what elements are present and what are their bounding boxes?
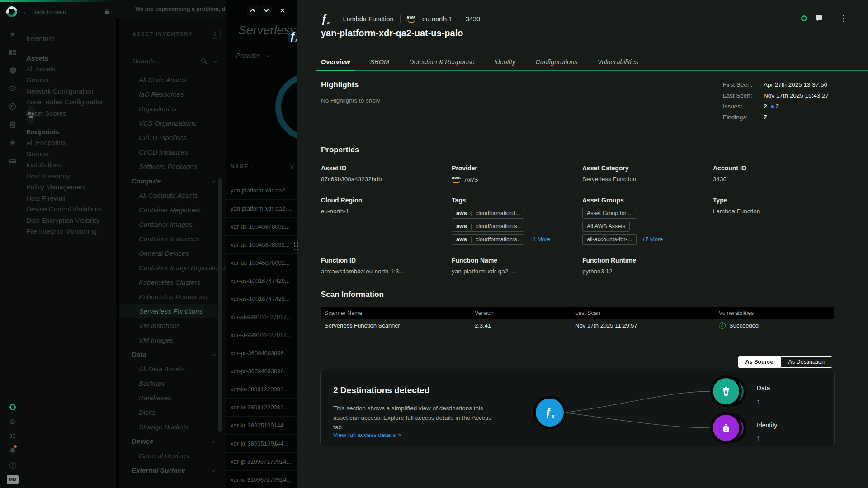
collapse-panel-button[interactable]: [211, 29, 221, 39]
category-device-general-devices[interactable]: General Devices: [119, 448, 226, 463]
section-external-surface[interactable]: External Surface: [119, 463, 226, 477]
section-device[interactable]: Device: [119, 434, 226, 448]
lambda-source-node[interactable]: ƒx: [536, 399, 564, 427]
section-data[interactable]: Data: [119, 347, 226, 361]
panel-scrollbar[interactable]: [218, 178, 222, 432]
prev-asset-button[interactable]: [247, 5, 259, 16]
back-to-main-button[interactable]: ← Back to main: [23, 9, 66, 15]
data-destination-node[interactable]: [713, 378, 739, 404]
tab-sbom[interactable]: SBOM: [370, 52, 390, 71]
threat-bug-icon[interactable]: [0, 134, 25, 152]
category-all-data-assets[interactable]: All Data Assets: [119, 361, 226, 376]
sidebar-item-host-firewall[interactable]: Host Firewall: [26, 192, 115, 204]
as-destination-button[interactable]: As Destination: [780, 356, 832, 368]
table-row[interactable]: xdr-us-10016747429...: [226, 290, 297, 308]
table-row[interactable]: xdr-kr-38091220081...: [226, 380, 297, 399]
category-vcs-organizations[interactable]: VCS Organizations: [119, 116, 226, 130]
sidebar-item-network-configuration[interactable]: Network Configuration: [26, 85, 115, 97]
settings-gear-icon[interactable]: ⚙: [9, 417, 16, 426]
table-row[interactable]: yan-platform-xdr-qa2-...: [226, 182, 297, 200]
category-general-devices[interactable]: General Devices: [119, 246, 226, 260]
asset-group-chip[interactable]: Asset Group for ...: [582, 208, 637, 219]
drawer-resize-handle[interactable]: [293, 241, 299, 250]
sort-desc-icon[interactable]: ↓: [251, 164, 253, 169]
category-backups[interactable]: Backups: [119, 376, 226, 390]
category-vm-images[interactable]: VM Images: [119, 333, 226, 347]
tab-detection-response[interactable]: Detection & Response: [409, 52, 474, 71]
category-software-packages[interactable]: Software Packages: [119, 159, 226, 174]
tags-more-link[interactable]: +1 More: [529, 236, 550, 243]
category-databases[interactable]: Databases: [119, 390, 226, 405]
table-row[interactable]: xdr-pr-36094093896...: [226, 344, 297, 362]
as-source-button[interactable]: As Source: [738, 356, 781, 368]
dashboard-icon[interactable]: [0, 43, 25, 61]
category-all-compute-assets[interactable]: All Compute Assets: [119, 188, 226, 202]
category-iac-resources[interactable]: IaC Resources: [119, 87, 226, 101]
tab-overview[interactable]: Overview: [321, 52, 350, 71]
view-access-details-link[interactable]: View full access details >: [333, 432, 401, 438]
sidebar-item-policy-management[interactable]: Policy Management: [26, 182, 115, 193]
table-row[interactable]: xdr-kr-38035109144...: [226, 435, 297, 453]
category-kubernetes-resources[interactable]: Kubernetes Resources: [119, 289, 226, 304]
category-container-images[interactable]: Container Images: [119, 217, 226, 231]
name-column-header[interactable]: NAME: [231, 164, 249, 169]
table-row[interactable]: xdr-us-10045878092...: [226, 236, 297, 254]
more-options-icon[interactable]: ⋮: [840, 14, 847, 23]
table-row[interactable]: xdr-jp-310967179914...: [226, 453, 297, 471]
category-container-image-repositories[interactable]: Container Image Repositories: [119, 260, 226, 275]
notifications-bell-icon[interactable]: [9, 446, 16, 455]
findings-value[interactable]: 7: [764, 114, 860, 121]
search-input[interactable]: [132, 57, 187, 65]
identity-destination-node[interactable]: [713, 415, 739, 441]
sidebar-item-all-assets[interactable]: All Assets: [26, 63, 115, 75]
sidebar-item-installations[interactable]: Installations: [26, 160, 115, 171]
category-all-code-assets[interactable]: All Code Assets: [119, 72, 226, 87]
favorites-icon[interactable]: ★: [0, 25, 25, 43]
sidebar-item-file-integrity-monitoring[interactable]: File Integrity Monitoring: [26, 226, 115, 237]
category-cicd-instances[interactable]: CI/CD Instances: [119, 145, 226, 159]
asset-group-chip[interactable]: All AWS Assets: [582, 221, 630, 232]
sidebar-item-disk-encryption-visibility[interactable]: Disk Encryption Visibility: [26, 215, 115, 226]
asset-group-chip[interactable]: all-accounts-for-...: [582, 234, 637, 245]
risk-shield-icon[interactable]: [0, 61, 25, 80]
table-row[interactable]: xdr-kr-38035109144...: [226, 417, 297, 435]
apps-grid-icon[interactable]: [10, 432, 15, 441]
sidebar-item-inventory[interactable]: Inventory: [26, 33, 115, 43]
category-vm-instances[interactable]: VM Instances: [119, 318, 226, 333]
table-row[interactable]: yan-platform-xdr-qa2-...: [226, 200, 297, 218]
tag-chip[interactable]: aws|cloudformation:s...: [452, 221, 524, 232]
category-disks[interactable]: Disks: [119, 405, 226, 419]
sidebar-item-asset-roles-configuration[interactable]: Asset Roles Configuration: [26, 97, 115, 108]
tag-chip[interactable]: aws|cloudformation:l...: [452, 208, 524, 219]
issues-value[interactable]: 22: [764, 103, 860, 110]
category-container-registries[interactable]: Container Registries: [119, 202, 226, 217]
report-clipboard-icon[interactable]: [0, 116, 25, 134]
target-icon[interactable]: [0, 98, 25, 116]
table-row[interactable]: xdr-io-310967179914...: [226, 471, 297, 488]
table-row[interactable]: xdr-us-10016747429...: [226, 272, 297, 290]
sidebar-item-endpoint-groups[interactable]: Groups: [26, 148, 115, 160]
visibility-eye-icon[interactable]: [0, 80, 25, 98]
comments-icon[interactable]: [815, 15, 823, 22]
filter-funnel-icon[interactable]: [289, 164, 294, 169]
table-row[interactable]: xdr-pr-36094093896...: [226, 362, 297, 380]
close-drawer-button[interactable]: ×: [277, 5, 288, 16]
tag-chip[interactable]: aws|cloudformation:s...: [452, 234, 524, 245]
table-row[interactable]: xdr-kr-38091220081...: [226, 399, 297, 417]
table-row[interactable]: xdr-us-10045878092...: [226, 254, 297, 272]
category-storage-buckets[interactable]: Storage Buckets: [119, 419, 226, 434]
sidebar-item-device-control-violations[interactable]: Device Control Violations: [26, 204, 115, 215]
category-repositories[interactable]: Repositories: [119, 101, 226, 116]
category-cicd-pipelines[interactable]: CI/CD Pipelines: [119, 130, 226, 145]
brand-ring-icon[interactable]: [9, 403, 16, 412]
sidebar-item-all-endpoints[interactable]: All Endpoints: [26, 137, 115, 149]
groups-more-link[interactable]: +7 More: [642, 236, 663, 243]
section-compute[interactable]: Compute: [119, 174, 226, 188]
table-row[interactable]: xdr-st-999101427017...: [226, 326, 297, 344]
table-row[interactable]: xdr-us-10045878092...: [226, 218, 297, 236]
category-container-instances[interactable]: Container Instances: [119, 231, 226, 246]
help-icon[interactable]: ?: [9, 460, 16, 469]
table-row[interactable]: xdr-st-999101427017...: [226, 308, 297, 326]
provider-filter[interactable]: Provider: [236, 52, 274, 59]
tab-identity[interactable]: Identity: [494, 52, 515, 71]
